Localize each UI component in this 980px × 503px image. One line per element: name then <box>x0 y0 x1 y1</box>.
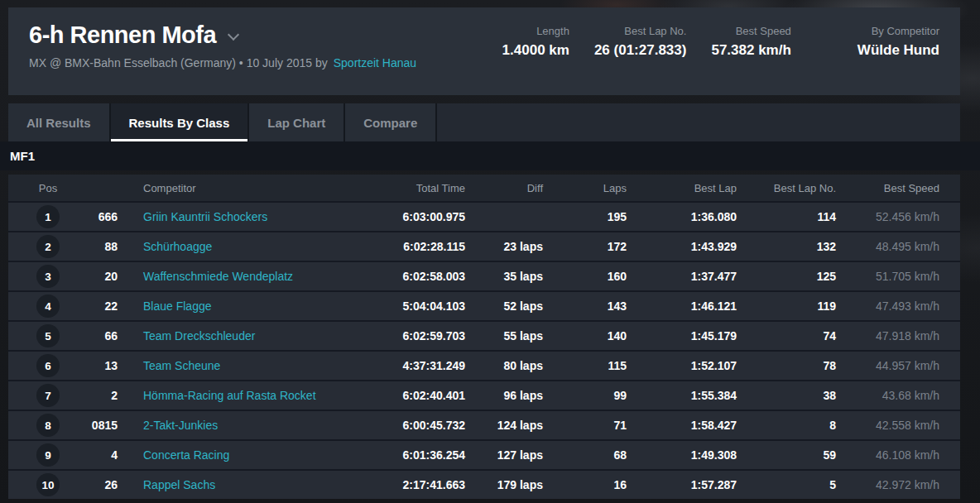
stat-label: Best Speed <box>711 25 790 37</box>
table-row: 6 13 Team Scheune 4:37:31.249 80 laps 11… <box>8 352 960 380</box>
position-badge: 3 <box>36 265 60 288</box>
competitor-link[interactable]: Team Dreckschleuder <box>143 329 255 343</box>
laps-cell: 160 <box>543 270 627 283</box>
organizer-link[interactable]: Sportzeit Hanau <box>334 56 416 69</box>
event-subtitle: MX @ BMX-Bahn Esselbach (Germany) • 10 J… <box>29 56 416 69</box>
best-lap-no-cell: 119 <box>737 299 836 313</box>
competitor-link[interactable]: Team Scheune <box>143 359 220 372</box>
position-badge: 10 <box>36 473 60 496</box>
diff-cell: 179 laps <box>465 478 543 491</box>
best-lap-no-cell: 74 <box>737 329 836 343</box>
competitor-number: 4 <box>88 448 118 462</box>
position-badge: 7 <box>36 384 60 407</box>
table-row: 9 4 Concerta Racing 6:01:36.254 127 laps… <box>8 441 960 469</box>
best-lap-no-cell: 8 <box>737 419 836 432</box>
stat-label: By Competitor <box>858 25 939 37</box>
stat-best-lap-no: Best Lap No. 26 (01:27.833) <box>594 25 687 95</box>
stat-by-competitor: By Competitor Wülde Hund <box>858 25 939 95</box>
competitor-number: 88 <box>88 240 118 253</box>
competitor-link[interactable]: Rappel Sachs <box>143 478 215 491</box>
chevron-down-icon[interactable] <box>228 28 239 40</box>
best-speed-cell: 42.972 km/h <box>836 478 939 491</box>
best-lap-cell: 1:36.080 <box>627 210 737 223</box>
competitor-number: 13 <box>88 359 118 372</box>
event-stats: Length 1.4000 km Best Lap No. 26 (01:27.… <box>502 7 939 95</box>
competitor-link[interactable]: Waffenschmiede Wendeplatz <box>143 270 293 283</box>
diff-cell: 35 laps <box>465 270 543 283</box>
stat-label: Length <box>502 25 569 37</box>
table-row: 8 0815 2-Takt-Junkies 6:00:45.732 124 la… <box>8 411 960 439</box>
table-row: 3 20 Waffenschmiede Wendeplatz 6:02:58.0… <box>8 262 960 290</box>
table-row: 10 26 Rappel Sachs 2:17:41.663 179 laps … <box>8 471 960 499</box>
best-lap-no-cell: 38 <box>737 389 836 402</box>
best-speed-cell: 46.108 km/h <box>836 448 939 462</box>
position-badge: 6 <box>36 354 60 377</box>
col-competitor: Competitor <box>118 182 358 194</box>
total-time-cell: 4:37:31.249 <box>358 359 465 372</box>
competitor-number: 20 <box>88 270 118 283</box>
total-time-cell: 6:02:58.003 <box>358 270 465 283</box>
position-badge: 4 <box>36 295 60 318</box>
best-speed-cell: 47.493 km/h <box>836 299 939 313</box>
class-header: MF1 <box>0 141 980 170</box>
competitor-link[interactable]: Concerta Racing <box>143 448 229 462</box>
diff-cell: 127 laps <box>465 448 543 462</box>
position-badge: 5 <box>36 324 60 347</box>
position-badge: 2 <box>36 235 60 258</box>
competitor-number: 22 <box>88 299 118 313</box>
total-time-cell: 5:04:04.103 <box>358 299 465 313</box>
competitor-number: 26 <box>88 478 118 491</box>
best-lap-cell: 1:37.477 <box>627 270 737 283</box>
competitor-number: 66 <box>88 329 118 343</box>
diff-cell: 23 laps <box>465 240 543 253</box>
col-best-lap: Best Lap <box>627 182 737 194</box>
best-lap-no-cell: 5 <box>737 478 836 491</box>
table-row: 2 88 Schürhoagge 6:02:28.115 23 laps 172… <box>8 232 960 261</box>
diff-cell: 96 laps <box>465 389 543 402</box>
col-pos: Pos <box>8 182 88 194</box>
total-time-cell: 6:01:36.254 <box>358 448 465 462</box>
best-lap-cell: 1:45.179 <box>627 329 737 343</box>
best-lap-no-cell: 132 <box>737 240 836 253</box>
laps-cell: 195 <box>543 210 627 223</box>
stat-value: 1.4000 km <box>502 42 569 59</box>
stat-value: 57.382 km/h <box>711 42 790 59</box>
competitor-link[interactable]: Griin Kauntrii Schockers <box>143 210 267 223</box>
col-best-lap-no: Best Lap No. <box>737 182 836 194</box>
best-lap-cell: 1:46.121 <box>627 299 737 313</box>
diff-cell: 52 laps <box>465 299 543 313</box>
competitor-link[interactable]: Schürhoagge <box>143 240 212 253</box>
results-tab-bar: All Results Results By Class Lap Chart C… <box>8 103 960 141</box>
laps-cell: 71 <box>543 419 627 432</box>
competitor-link[interactable]: Hömma-Racing auf Rasta Rocket <box>143 389 316 402</box>
position-badge: 9 <box>36 443 60 467</box>
laps-cell: 99 <box>543 389 627 402</box>
tab-compare[interactable]: Compare <box>345 103 437 141</box>
total-time-cell: 2:17:41.663 <box>358 478 465 491</box>
laps-cell: 115 <box>543 359 627 372</box>
tab-all-results[interactable]: All Results <box>8 103 111 141</box>
best-speed-cell: 44.957 km/h <box>836 359 939 372</box>
competitor-link[interactable]: 2-Takt-Junkies <box>143 419 218 432</box>
best-lap-no-cell: 114 <box>737 210 836 223</box>
event-subtitle-text: MX @ BMX-Bahn Esselbach (Germany) • 10 J… <box>29 56 328 69</box>
laps-cell: 172 <box>543 240 627 253</box>
best-lap-cell: 1:58.427 <box>627 419 737 432</box>
total-time-cell: 6:00:45.732 <box>358 419 465 432</box>
best-speed-cell: 43.68 km/h <box>836 389 939 402</box>
best-lap-cell: 1:49.308 <box>627 448 737 462</box>
table-row: 7 2 Hömma-Racing auf Rasta Rocket 6:02:4… <box>8 381 960 410</box>
competitor-link[interactable]: Blaue Flagge <box>143 299 212 313</box>
table-row: 5 66 Team Dreckschleuder 6:02:59.703 55 … <box>8 322 960 350</box>
stat-value: Wülde Hund <box>858 42 939 59</box>
best-lap-cell: 1:55.384 <box>627 389 737 402</box>
best-lap-cell: 1:57.287 <box>627 478 737 491</box>
position-badge: 8 <box>36 414 60 437</box>
laps-cell: 16 <box>543 478 627 491</box>
col-laps: Laps <box>543 182 627 194</box>
tab-lap-chart[interactable]: Lap Chart <box>249 103 345 141</box>
tab-results-by-class[interactable]: Results By Class <box>111 103 250 141</box>
stat-label: Best Lap No. <box>594 25 687 37</box>
results-table: Pos Competitor Total Time Diff Laps Best… <box>8 175 960 499</box>
best-lap-no-cell: 125 <box>737 270 836 283</box>
